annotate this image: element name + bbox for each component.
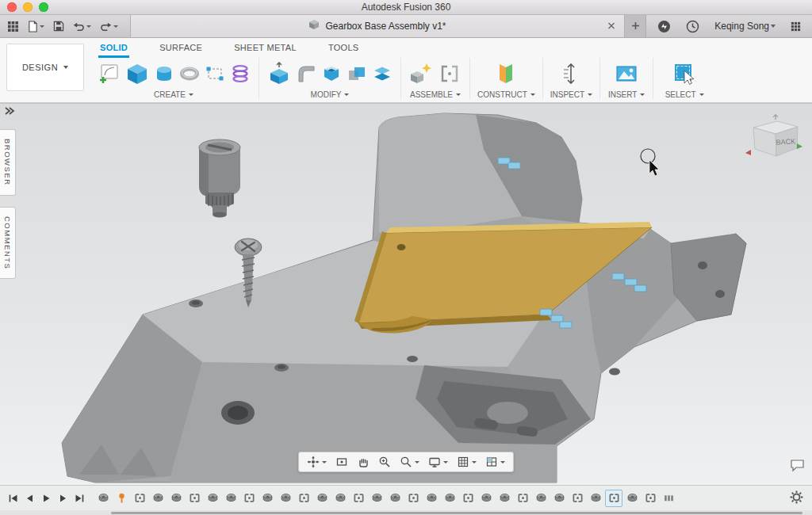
measure-button[interactable] [558, 61, 584, 86]
cylinder-button[interactable] [153, 63, 175, 85]
timeline-item-joint[interactable] [459, 490, 477, 507]
undo-button[interactable] [70, 19, 94, 34]
timeline-item-component[interactable] [222, 490, 239, 507]
zoom-button[interactable] [377, 455, 392, 469]
insert-image-button[interactable] [614, 61, 639, 86]
viewcube-face-label[interactable]: BACK [776, 137, 795, 146]
timeline-item-component[interactable] [331, 490, 349, 507]
timeline-item-component[interactable] [204, 490, 221, 507]
torus-button[interactable] [178, 63, 201, 85]
timeline-item-component[interactable] [167, 490, 185, 507]
document-tab[interactable]: Gearbox Base Assembly v1* [130, 15, 625, 37]
timeline-play-button[interactable] [39, 490, 54, 506]
close-window-button[interactable] [7, 2, 17, 12]
timeline-item-more[interactable] [660, 490, 677, 507]
look-at-button[interactable] [335, 455, 349, 469]
timeline-item-pin[interactable] [113, 490, 130, 507]
new-tab-button[interactable] [625, 15, 646, 37]
select-group-menu[interactable]: SELECT [665, 90, 704, 99]
save-button[interactable] [50, 18, 67, 34]
timeline-item-component[interactable] [532, 490, 550, 507]
comment-bubble-button[interactable] [790, 459, 805, 475]
timeline-item-component[interactable] [259, 490, 276, 507]
timeline-settings-button[interactable] [787, 488, 806, 508]
file-menu-button[interactable] [25, 18, 48, 35]
fillet-button[interactable] [295, 63, 317, 85]
combine-button[interactable] [346, 63, 368, 85]
timeline-step-back-button[interactable] [22, 490, 37, 506]
timeline-item-component[interactable] [550, 490, 568, 507]
tab-surface[interactable]: SURFACE [158, 43, 204, 58]
timeline-item-joint[interactable] [605, 490, 622, 507]
notifications-button[interactable] [683, 17, 703, 36]
display-settings-button[interactable] [427, 455, 449, 469]
new-component-button[interactable] [408, 61, 434, 86]
timeline-item-joint[interactable] [240, 490, 258, 507]
timeline-item-component[interactable] [477, 490, 495, 507]
press-pull-button[interactable] [266, 61, 292, 86]
timeline-item-component[interactable] [441, 490, 458, 507]
inspect-group-menu[interactable]: INSPECT [550, 90, 592, 99]
fit-button[interactable] [399, 455, 420, 469]
pan-button[interactable] [356, 455, 370, 469]
workspace-selector[interactable]: DESIGN [6, 44, 84, 91]
tab-sheet-metal[interactable]: SHEET METAL [232, 43, 298, 58]
create-sketch-button[interactable] [96, 61, 121, 86]
joint-button[interactable] [437, 61, 462, 86]
box-button[interactable] [124, 61, 150, 86]
construct-plane-button[interactable] [493, 61, 519, 86]
model-canvas[interactable]: BROWSER COMMENTS BACK [0, 103, 812, 485]
job-status-button[interactable] [654, 17, 674, 36]
timeline-item-joint[interactable] [514, 490, 531, 507]
model-viewport[interactable] [0, 104, 812, 485]
tab-solid[interactable]: SOLID [98, 43, 129, 58]
timeline-item-component[interactable] [623, 490, 641, 507]
shell-button[interactable] [320, 63, 343, 85]
pin-part[interactable] [199, 139, 240, 218]
comments-panel-tab[interactable]: COMMENTS [0, 207, 16, 279]
timeline-item-joint[interactable] [350, 490, 367, 507]
construct-group-menu[interactable]: CONSTRUCT [477, 90, 535, 99]
timeline-item-component[interactable] [94, 490, 112, 507]
user-menu-button[interactable]: Keqing Song [711, 18, 779, 34]
data-panel-button[interactable] [4, 18, 22, 35]
timeline-item-joint[interactable] [569, 490, 586, 507]
timeline-item-joint[interactable] [131, 490, 148, 507]
redo-button[interactable] [97, 19, 121, 34]
viewports-button[interactable] [485, 455, 506, 469]
timeline-scrollbar-thumb[interactable] [111, 512, 802, 514]
grid-settings-button[interactable] [456, 455, 477, 469]
close-tab-button[interactable] [606, 19, 617, 34]
timeline-skip-start-button[interactable] [6, 490, 21, 506]
minimize-window-button[interactable] [23, 2, 33, 12]
app-grid-menu-button[interactable] [787, 19, 804, 34]
browser-panel-tab[interactable]: BROWSER [0, 129, 16, 196]
timeline-item-component[interactable] [386, 490, 404, 507]
timeline-item-joint[interactable] [404, 490, 422, 507]
timeline-item-joint[interactable] [295, 490, 312, 507]
timeline-item-component[interactable] [313, 490, 331, 507]
select-button[interactable] [672, 61, 697, 86]
timeline-skip-end-button[interactable] [72, 490, 87, 506]
timeline-item-joint[interactable] [186, 490, 203, 507]
timeline-item-component[interactable] [277, 490, 294, 507]
timeline-item-component[interactable] [496, 490, 513, 507]
assemble-group-menu[interactable]: ASSEMBLE [410, 90, 461, 99]
split-body-button[interactable] [371, 63, 393, 85]
modify-group-menu[interactable]: MODIFY [311, 90, 350, 99]
timeline-step-forward-button[interactable] [56, 490, 71, 506]
viewcube[interactable]: BACK [741, 107, 807, 170]
expand-panel-button[interactable] [2, 105, 17, 118]
timeline-item-component[interactable] [587, 490, 604, 507]
coil-button[interactable] [229, 63, 251, 85]
insert-group-menu[interactable]: INSERT [608, 90, 645, 99]
timeline-item-joint[interactable] [642, 490, 659, 507]
pattern-button[interactable] [204, 63, 226, 85]
timeline-item-component[interactable] [423, 490, 440, 507]
zoom-window-button[interactable] [39, 2, 48, 12]
timeline-item-component[interactable] [368, 490, 385, 507]
timeline-item-component[interactable] [149, 490, 167, 507]
tab-tools[interactable]: TOOLS [327, 43, 361, 58]
create-group-menu[interactable]: CREATE [154, 90, 193, 99]
orbit-button[interactable] [306, 455, 327, 469]
